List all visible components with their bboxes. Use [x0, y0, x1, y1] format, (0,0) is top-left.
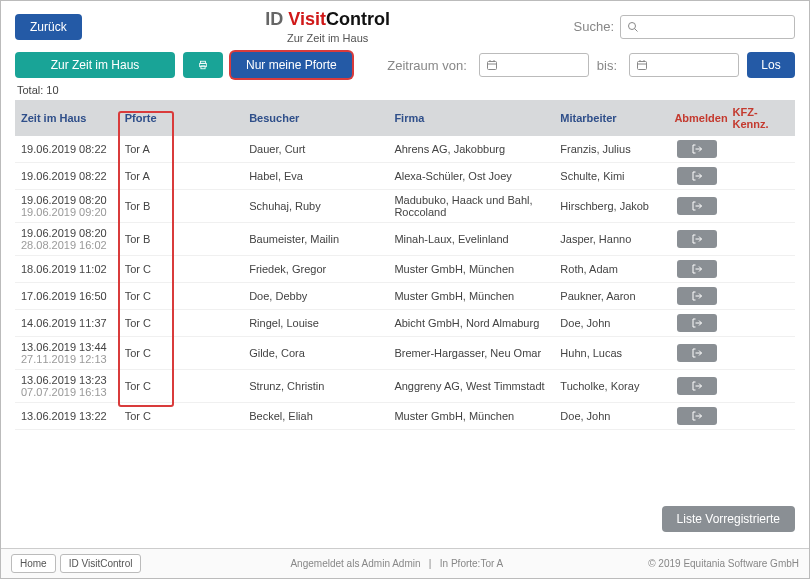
title-control: Control [326, 9, 390, 29]
logged-in-label: Angemeldet als Admin Admin [290, 558, 420, 569]
date-from-input[interactable] [479, 53, 589, 77]
cell-mitarbeiter: Franzis, Julius [554, 136, 668, 163]
logout-button[interactable] [677, 344, 717, 362]
logout-icon [691, 200, 703, 212]
cell-firma: Minah-Laux, Evelinland [388, 223, 554, 256]
cell-zeit: 13.06.2019 13:2307.07.2019 16:13 [15, 370, 119, 403]
bottom-bar: Home ID VisitControl Angemeldet als Admi… [1, 548, 809, 578]
cell-zeit: 18.06.2019 11:02 [15, 256, 119, 283]
print-button[interactable] [183, 52, 223, 78]
cell-abmelden [668, 370, 726, 403]
cell-kfz [727, 370, 796, 403]
current-inhouse-button[interactable]: Zur Zeit im Haus [15, 52, 175, 78]
logout-icon [691, 170, 703, 182]
logout-button[interactable] [677, 314, 717, 332]
go-button[interactable]: Los [747, 52, 795, 78]
cell-kfz [727, 190, 796, 223]
date-to-input[interactable] [629, 53, 739, 77]
app-title: ID VisitControl Zur Zeit im Haus [82, 9, 574, 44]
cell-zeit: 19.06.2019 08:2019.06.2019 09:20 [15, 190, 119, 223]
logout-icon [691, 317, 703, 329]
cell-mitarbeiter: Paukner, Aaron [554, 283, 668, 310]
calendar-icon [636, 59, 648, 71]
gate-label: In Pforte:Tor A [440, 558, 503, 569]
list-preregistered-button[interactable]: Liste Vorregistrierte [662, 506, 795, 532]
search-input-wrap[interactable] [620, 15, 795, 39]
table-row: 19.06.2019 08:2019.06.2019 09:20Tor BSch… [15, 190, 795, 223]
table-row: 19.06.2019 08:22Tor ADauer, CurtAhrens A… [15, 136, 795, 163]
logout-button[interactable] [677, 167, 717, 185]
logout-button[interactable] [677, 260, 717, 278]
logout-button[interactable] [677, 287, 717, 305]
cell-mitarbeiter: Schulte, Kimi [554, 163, 668, 190]
cell-kfz [727, 337, 796, 370]
table-row: 19.06.2019 08:2028.08.2019 16:02Tor BBau… [15, 223, 795, 256]
title-id: ID [265, 9, 288, 29]
cell-firma: Ahrens AG, Jakobburg [388, 136, 554, 163]
table-row: 17.06.2019 16:50Tor CDoe, DebbyMuster Gm… [15, 283, 795, 310]
table-row: 14.06.2019 11:37Tor CRingel, LouiseAbich… [15, 310, 795, 337]
cell-besucher: Strunz, Christin [243, 370, 388, 403]
copyright: © 2019 Equitania Software GmbH [648, 558, 799, 569]
cell-mitarbeiter: Jasper, Hanno [554, 223, 668, 256]
logout-button[interactable] [677, 197, 717, 215]
cell-besucher: Baumeister, Mailin [243, 223, 388, 256]
col-mitarbeiter[interactable]: Mitarbeiter [554, 100, 668, 136]
visitors-table: Zeit im Haus Pforte Besucher Firma Mitar… [15, 100, 795, 430]
cell-besucher: Habel, Eva [243, 163, 388, 190]
cell-kfz [727, 136, 796, 163]
calendar-icon [486, 59, 498, 71]
cell-abmelden [668, 190, 726, 223]
cell-kfz [727, 403, 796, 430]
col-pforte[interactable]: Pforte [119, 100, 243, 136]
search-label: Suche: [574, 19, 614, 34]
breadcrumb-app[interactable]: ID VisitControl [60, 554, 142, 573]
cell-besucher: Ringel, Louise [243, 310, 388, 337]
cell-firma: Bremer-Hargasser, Neu Omar [388, 337, 554, 370]
cell-besucher: Gilde, Cora [243, 337, 388, 370]
breadcrumb-home[interactable]: Home [11, 554, 56, 573]
logout-button[interactable] [677, 407, 717, 425]
cell-abmelden [668, 337, 726, 370]
col-besucher[interactable]: Besucher [243, 100, 388, 136]
cell-zeit: 19.06.2019 08:22 [15, 136, 119, 163]
logout-button[interactable] [677, 230, 717, 248]
period-to-label: bis: [597, 58, 617, 73]
cell-pforte: Tor C [119, 283, 243, 310]
cell-zeit: 14.06.2019 11:37 [15, 310, 119, 337]
cell-abmelden [668, 163, 726, 190]
cell-zeit: 19.06.2019 08:22 [15, 163, 119, 190]
cell-zeit: 19.06.2019 08:2028.08.2019 16:02 [15, 223, 119, 256]
cell-besucher: Doe, Debby [243, 283, 388, 310]
cell-pforte: Tor A [119, 163, 243, 190]
cell-mitarbeiter: Roth, Adam [554, 256, 668, 283]
logout-button[interactable] [677, 140, 717, 158]
only-my-gate-button[interactable]: Nur meine Pforte [231, 52, 352, 78]
cell-besucher: Friedek, Gregor [243, 256, 388, 283]
col-firma[interactable]: Firma [388, 100, 554, 136]
col-zeit[interactable]: Zeit im Haus [15, 100, 119, 136]
logout-icon [691, 233, 703, 245]
cell-abmelden [668, 283, 726, 310]
search-input[interactable] [643, 19, 788, 35]
logout-icon [691, 263, 703, 275]
col-abmelden[interactable]: Abmelden [668, 100, 726, 136]
cell-firma: Muster GmbH, München [388, 283, 554, 310]
cell-zeit: 13.06.2019 13:4427.11.2019 12:13 [15, 337, 119, 370]
cell-abmelden [668, 310, 726, 337]
logout-icon [691, 347, 703, 359]
cell-kfz [727, 310, 796, 337]
table-row: 18.06.2019 11:02Tor CFriedek, GregorMust… [15, 256, 795, 283]
cell-pforte: Tor A [119, 136, 243, 163]
logout-button[interactable] [677, 377, 717, 395]
table-row: 13.06.2019 13:2307.07.2019 16:13Tor CStr… [15, 370, 795, 403]
page-subtitle: Zur Zeit im Haus [82, 32, 574, 44]
col-kfz[interactable]: KFZ-Kennz. [727, 100, 796, 136]
cell-pforte: Tor C [119, 337, 243, 370]
svg-point-0 [629, 22, 636, 29]
period-from-label: Zeitraum von: [387, 58, 466, 73]
search-icon [627, 21, 639, 33]
cell-firma: Madubuko, Haack und Bahl, Roccoland [388, 190, 554, 223]
svg-line-1 [635, 28, 638, 31]
back-button[interactable]: Zurück [15, 14, 82, 40]
